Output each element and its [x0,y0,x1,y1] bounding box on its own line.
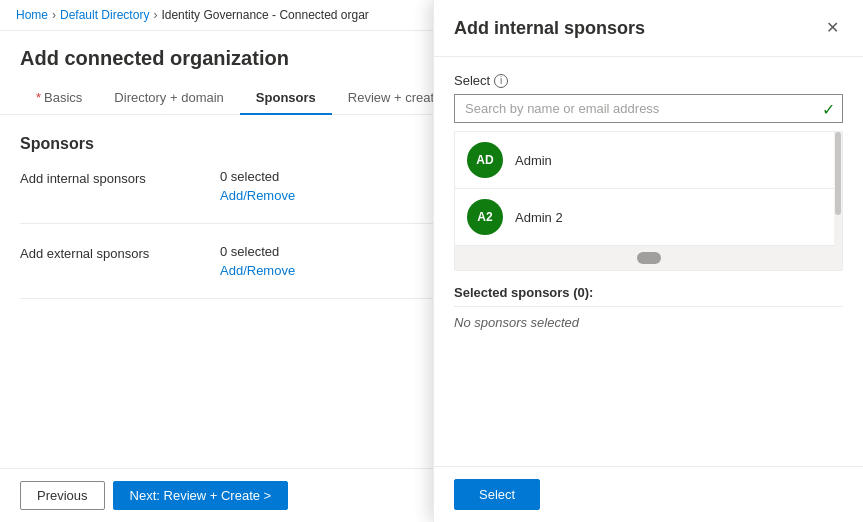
panel-body: Select i ✓ AD Admin A2 Admin 2 [434,57,863,466]
breadcrumb-directory[interactable]: Default Directory [60,8,149,22]
breadcrumb-sep2: › [153,8,157,22]
search-input[interactable] [454,94,843,123]
breadcrumb-sep1: › [52,8,56,22]
external-sponsors-add-remove[interactable]: Add/Remove [220,263,295,278]
panel-title: Add internal sponsors [454,18,645,39]
external-sponsors-label: Add external sponsors [20,244,220,261]
avatar-admin: AD [467,142,503,178]
list-scrollbar [834,132,842,270]
no-sponsors-text: No sponsors selected [454,315,843,330]
selected-section: Selected sponsors (0): No sponsors selec… [454,285,843,330]
tab-basics[interactable]: *Basics [20,82,98,115]
breadcrumb-home[interactable]: Home [16,8,48,22]
breadcrumb-current: Identity Governance - Connected orgar [161,8,368,22]
tab-directory-domain[interactable]: Directory + domain [98,82,239,115]
select-label: Select i [454,73,843,88]
user-name-admin: Admin [515,153,552,168]
user-item-admin[interactable]: AD Admin [455,132,842,189]
panel-close-button[interactable]: ✕ [822,16,843,40]
user-item-admin2[interactable]: A2 Admin 2 [455,189,842,246]
avatar-admin2: A2 [467,199,503,235]
external-sponsors-count: 0 selected [220,244,295,259]
internal-sponsors-count: 0 selected [220,169,295,184]
selected-sponsors-title: Selected sponsors (0): [454,285,843,307]
tab-basics-required: * [36,90,41,105]
internal-sponsors-add-remove[interactable]: Add/Remove [220,188,295,203]
panel-overlay: Add internal sponsors ✕ Select i ✓ AD Ad… [433,0,863,522]
panel-header: Add internal sponsors ✕ [434,0,863,57]
previous-button[interactable]: Previous [20,481,105,510]
search-box: ✓ [454,94,843,123]
more-indicator [455,246,842,270]
external-sponsors-info: 0 selected Add/Remove [220,244,295,278]
tab-sponsors[interactable]: Sponsors [240,82,332,115]
search-check-icon: ✓ [822,99,835,118]
next-button[interactable]: Next: Review + Create > [113,481,289,510]
footer: Previous Next: Review + Create > [0,468,433,522]
panel-footer: Select [434,466,863,522]
user-name-admin2: Admin 2 [515,210,563,225]
info-icon[interactable]: i [494,74,508,88]
select-button[interactable]: Select [454,479,540,510]
list-scrollbar-thumb [835,132,841,215]
more-dots-icon [637,252,661,264]
internal-sponsors-label: Add internal sponsors [20,169,220,186]
main-page: Home › Default Directory › Identity Gove… [0,0,863,522]
internal-sponsors-info: 0 selected Add/Remove [220,169,295,203]
user-list: AD Admin A2 Admin 2 [454,131,843,271]
